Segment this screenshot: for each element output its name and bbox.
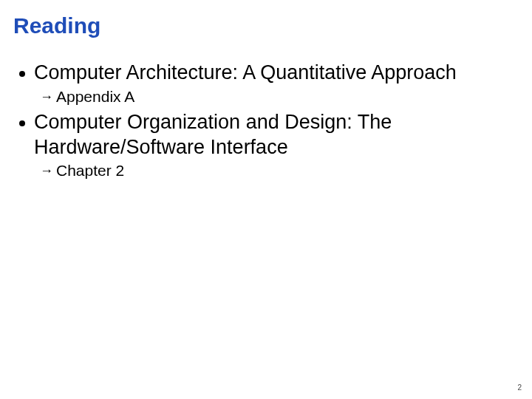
bullet-icon (19, 71, 25, 77)
page-number: 2 (517, 383, 522, 392)
list-subitem: → Appendix A (40, 87, 507, 106)
arrow-icon: → (40, 89, 53, 105)
slide: Reading Computer Architecture: A Quantit… (0, 0, 532, 399)
list-subitem: → Chapter 2 (40, 161, 507, 180)
slide-title: Reading (13, 13, 100, 38)
list-subitem-text: Chapter 2 (56, 161, 124, 180)
list-item-text: Computer Organization and Design: The Ha… (34, 110, 507, 160)
list-item: Computer Organization and Design: The Ha… (19, 110, 507, 160)
slide-body: Computer Architecture: A Quantitative Ap… (19, 61, 507, 185)
arrow-icon: → (40, 163, 53, 179)
list-subitem-text: Appendix A (56, 87, 134, 106)
bullet-icon (19, 120, 25, 126)
list-item-text: Computer Architecture: A Quantitative Ap… (34, 61, 457, 86)
list-item: Computer Architecture: A Quantitative Ap… (19, 61, 507, 86)
